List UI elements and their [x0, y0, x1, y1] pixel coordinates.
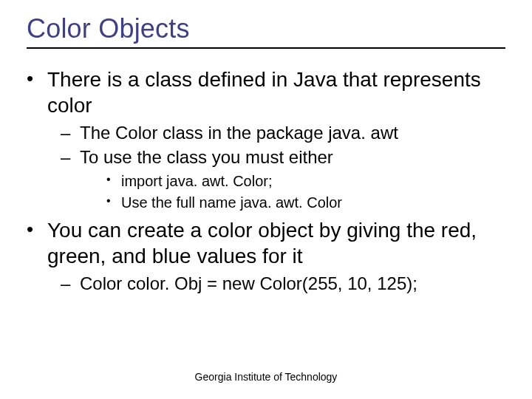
list-item: You can create a color object by giving … — [27, 217, 505, 295]
title-block: Color Objects — [27, 13, 505, 49]
bullet-text: Color color. Obj = new Color(255, 10, 12… — [80, 273, 417, 293]
bullet-text: import java. awt. Color; — [121, 173, 273, 189]
bullet-list-level3: import java. awt. Color; Use the full na… — [80, 171, 505, 213]
slide: Color Objects There is a class defined i… — [0, 0, 532, 399]
bullet-text: You can create a color object by giving … — [47, 219, 477, 267]
bullet-list-level2: The Color class in the package java. awt… — [47, 121, 505, 213]
bullet-text: Use the full name java. awt. Color — [121, 194, 342, 211]
slide-footer: Georgia Institute of Technology — [0, 371, 532, 383]
bullet-list-level1: There is a class defined in Java that re… — [27, 66, 505, 296]
list-item: Color color. Obj = new Color(255, 10, 12… — [61, 272, 505, 295]
slide-body: There is a class defined in Java that re… — [27, 66, 505, 300]
bullet-list-level2: Color color. Obj = new Color(255, 10, 12… — [47, 272, 505, 295]
list-item: import java. awt. Color; — [106, 171, 505, 191]
list-item: To use the class you must either import … — [61, 146, 505, 213]
list-item: There is a class defined in Java that re… — [27, 66, 505, 213]
slide-title: Color Objects — [27, 13, 505, 44]
bullet-text: The Color class in the package java. awt — [80, 123, 398, 143]
bullet-text: There is a class defined in Java that re… — [47, 68, 481, 117]
bullet-text: To use the class you must either — [80, 147, 333, 167]
list-item: The Color class in the package java. awt — [61, 121, 505, 144]
title-underline — [27, 47, 505, 49]
list-item: Use the full name java. awt. Color — [106, 193, 505, 213]
